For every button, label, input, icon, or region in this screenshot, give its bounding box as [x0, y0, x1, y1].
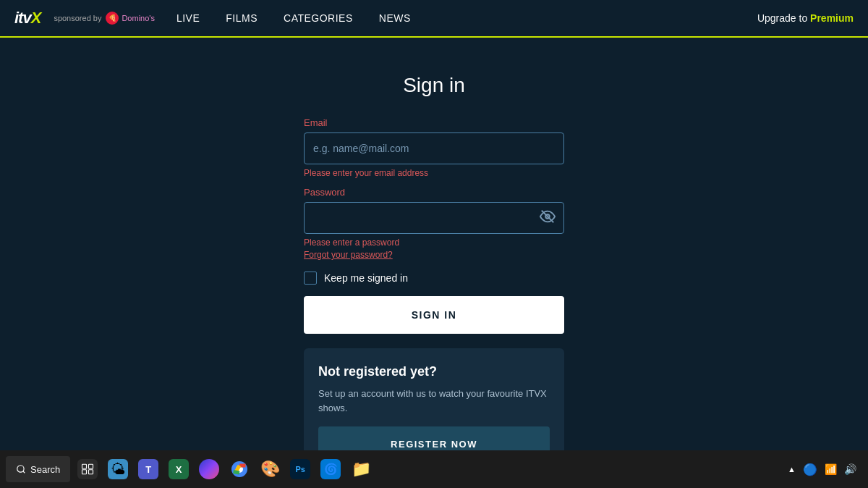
password-input[interactable]	[304, 202, 564, 234]
folder-icon[interactable]: 📁	[346, 455, 375, 484]
edge-icon[interactable]: 🌀	[316, 455, 345, 484]
sponsored-label: sponsored by	[54, 14, 101, 22]
search-icon	[16, 464, 26, 474]
logo-text: itvX	[14, 9, 41, 28]
sponsored-by: sponsored by 🍕 Domino's	[54, 12, 155, 25]
taskbar-left: Search 🌤 T X	[6, 455, 788, 484]
forgot-password-link[interactable]: Forgot your password?	[304, 250, 564, 260]
sign-in-title: Sign in	[304, 74, 564, 97]
teams-icon[interactable]: T	[134, 455, 163, 484]
dominos-icon: 🍕	[106, 12, 119, 25]
svg-rect-7	[89, 470, 93, 474]
search-label: Search	[30, 464, 60, 475]
nav-link-news[interactable]: NEWS	[379, 12, 411, 24]
arc-browser-icon[interactable]	[195, 455, 224, 484]
main-content: Sign in Email Please enter your email ad…	[0, 38, 868, 450]
email-label: Email	[304, 117, 564, 128]
keep-signed-in-checkbox[interactable]	[304, 272, 317, 285]
eye-svg	[540, 209, 556, 224]
register-description: Set up an account with us to watch your …	[318, 387, 550, 415]
navbar: itvX sponsored by 🍕 Domino's LIVE FILMS …	[0, 0, 868, 38]
keep-signed-in-label[interactable]: Keep me signed in	[324, 272, 408, 284]
color-circles-icon[interactable]	[225, 455, 254, 484]
email-error: Please enter your email address	[304, 168, 564, 178]
onedrive-icon: 🔵	[803, 463, 817, 476]
svg-rect-6	[82, 470, 87, 474]
svg-point-2	[17, 466, 24, 472]
excel-icon[interactable]: X	[164, 455, 193, 484]
itvx-logo[interactable]: itvX	[14, 9, 41, 28]
svg-rect-4	[82, 464, 87, 468]
password-field-group: Password Please enter a password Forgot …	[304, 187, 564, 260]
password-error: Please enter a password	[304, 237, 564, 248]
email-field-group: Email Please enter your email address	[304, 117, 564, 178]
nav-link-films[interactable]: FILMS	[226, 12, 258, 24]
search-button[interactable]: Search	[6, 456, 70, 482]
register-title: Not registered yet?	[318, 364, 550, 379]
nav-link-categories[interactable]: CATEGORIES	[284, 12, 353, 24]
color-tool-icon[interactable]: 🎨	[255, 455, 284, 484]
volume-icon[interactable]: 🔊	[844, 463, 856, 475]
keep-signed-in-group: Keep me signed in	[304, 272, 564, 285]
wifi-icon[interactable]: 📶	[825, 463, 837, 475]
task-view-icon[interactable]	[73, 455, 102, 484]
svg-line-3	[23, 471, 25, 474]
upgrade-button[interactable]: Upgrade to Premium	[757, 12, 854, 24]
weather-app-icon[interactable]: 🌤	[103, 455, 132, 484]
taskbar-right: ▲ 🔵 📶 🔊	[788, 463, 862, 476]
taskbar-app-icons: 🌤 T X	[73, 455, 375, 484]
nav-link-live[interactable]: LIVE	[176, 12, 200, 24]
upgrade-text: Upgrade to	[757, 12, 807, 24]
svg-rect-5	[89, 464, 93, 468]
chevron-up-icon[interactable]: ▲	[788, 465, 796, 474]
password-label: Password	[304, 187, 564, 198]
dominos-name: Domino's	[122, 14, 155, 22]
photoshop-icon[interactable]: Ps	[286, 455, 315, 484]
premium-label: Premium	[810, 12, 854, 24]
toggle-password-icon[interactable]	[540, 209, 556, 227]
dominos-logo: 🍕 Domino's	[106, 12, 155, 25]
nav-links: LIVE FILMS CATEGORIES NEWS	[176, 12, 757, 24]
sys-tray: ▲ 🔵 📶 🔊	[788, 463, 856, 476]
sign-in-form: Sign in Email Please enter your email ad…	[304, 74, 564, 473]
sign-in-button[interactable]: SIGN IN	[304, 296, 564, 334]
password-wrapper	[304, 202, 564, 234]
taskbar: Search 🌤 T X	[0, 450, 868, 488]
email-input[interactable]	[304, 132, 564, 164]
